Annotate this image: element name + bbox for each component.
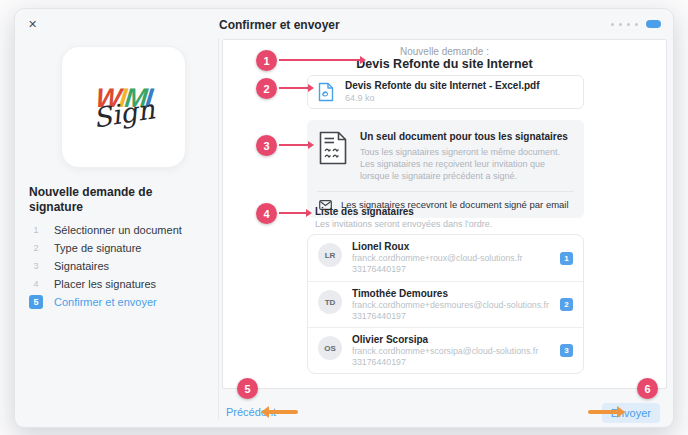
annotation-marker-6: 6 xyxy=(637,378,658,399)
signer-texts: Olivier Scorsipa franck.cordhomme+scorsi… xyxy=(352,334,538,368)
pdf-file-icon xyxy=(318,82,334,102)
signer-email: franck.cordhomme+roux@cloud-solutions.fr xyxy=(352,253,523,264)
signer-phone: 33176440197 xyxy=(352,311,549,322)
step-label: Placer les signatures xyxy=(54,278,156,290)
scroll-indicator-pill[interactable] xyxy=(646,20,661,28)
info-box-texts: Un seul document pour tous les signatair… xyxy=(360,131,572,182)
signer-texts: Timothée Demoures franck.cordhomme+desmo… xyxy=(352,288,549,322)
single-document-info-box: Un seul document pour tous les signatair… xyxy=(307,120,584,218)
annotation-marker-1: 1 xyxy=(256,50,277,71)
window-dot-icon xyxy=(627,23,630,26)
step-number: 3 xyxy=(29,259,43,273)
step-number: 5 xyxy=(29,295,43,309)
step-signers[interactable]: 3 Signataires xyxy=(29,257,213,275)
signer-phone: 33176440197 xyxy=(352,264,523,275)
step-number: 4 xyxy=(29,277,43,291)
request-label: Nouvelle demande : xyxy=(223,46,666,57)
annotation-marker-3: 3 xyxy=(256,135,277,156)
signers-list-title: Liste des signataires xyxy=(315,206,414,217)
wizard-steps: 1 Sélectionner un document 2 Type de sig… xyxy=(29,221,213,311)
window-dot-icon xyxy=(635,23,638,26)
close-icon[interactable]: ✕ xyxy=(28,17,37,31)
sidebar: WIMI Sign Nouvelle demande de signature … xyxy=(15,39,219,419)
window-dot-icon xyxy=(611,23,614,26)
step-label: Sélectionner un document xyxy=(54,224,182,236)
titlebar: ✕ Confirmer et envoyer xyxy=(15,9,673,39)
signers-list-subtitle: Les invitations seront envoyées dans l'o… xyxy=(315,219,492,229)
document-filename: Devis Refonte du site Internet - Excel.p… xyxy=(345,80,539,91)
info-box-description: Tous les signataires signeront le même d… xyxy=(360,146,572,182)
document-card[interactable]: Devis Refonte du site Internet - Excel.p… xyxy=(307,75,584,109)
annotation-marker-4: 4 xyxy=(256,203,277,224)
annotation-marker-2: 2 xyxy=(256,78,277,99)
signer-row: TD Timothée Demoures franck.cordhomme+de… xyxy=(308,281,583,327)
avatar: LR xyxy=(318,243,342,267)
screen: ✕ Confirmer et envoyer WIMI Sign Nouvell… xyxy=(0,0,688,435)
step-label: Confirmer et envoyer xyxy=(54,296,157,308)
step-number: 2 xyxy=(29,241,43,255)
signer-order-badge: 1 xyxy=(560,252,573,265)
signer-name: Timothée Demoures xyxy=(352,288,549,300)
logo-script: Sign xyxy=(91,95,156,132)
signer-email: franck.cordhomme+desmoures@cloud-solutio… xyxy=(352,300,549,311)
signer-phone: 33176440197 xyxy=(352,357,538,368)
signer-email: franck.cordhomme+scorsipa@cloud-solution… xyxy=(352,346,538,357)
signer-row: OS Olivier Scorsipa franck.cordhomme+sco… xyxy=(308,327,583,373)
step-place-signatures[interactable]: 4 Placer les signatures xyxy=(29,275,213,293)
step-number: 1 xyxy=(29,223,43,237)
signers-list: LR Lionel Roux franck.cordhomme+roux@clo… xyxy=(307,234,584,374)
window-controls xyxy=(611,20,661,28)
annotation-arrow-1 xyxy=(279,59,361,61)
avatar: OS xyxy=(318,336,342,360)
avatar: TD xyxy=(318,290,342,314)
step-confirm-send[interactable]: 5 Confirmer et envoyer xyxy=(29,293,213,311)
annotation-arrow-4 xyxy=(279,212,307,214)
wimi-sign-logo: WIMI Sign xyxy=(61,46,186,168)
annotation-marker-5: 5 xyxy=(237,378,258,399)
window-dot-icon xyxy=(619,23,622,26)
document-filesize: 64.9 ko xyxy=(345,93,539,104)
info-box-title: Un seul document pour tous les signatair… xyxy=(360,131,572,142)
page-title: Confirmer et envoyer xyxy=(219,18,340,32)
annotation-arrow-2 xyxy=(279,87,309,89)
step-select-document[interactable]: 1 Sélectionner un document xyxy=(29,221,213,239)
annotation-arrow-5 xyxy=(268,410,298,414)
confirm-panel: Nouvelle demande : Devis Refonte du site… xyxy=(222,39,667,389)
wimi-sign-modal: ✕ Confirmer et envoyer WIMI Sign Nouvell… xyxy=(14,8,674,428)
annotation-arrow-3 xyxy=(279,144,309,146)
signer-name: Lionel Roux xyxy=(352,241,523,253)
signer-order-badge: 2 xyxy=(560,298,573,311)
step-label: Type de signature xyxy=(54,242,141,254)
step-label: Signataires xyxy=(54,260,109,272)
signed-document-icon xyxy=(319,131,347,165)
wizard-title: Nouvelle demande de signature xyxy=(29,185,205,215)
signer-texts: Lionel Roux franck.cordhomme+roux@cloud-… xyxy=(352,241,523,275)
annotation-arrow-6 xyxy=(588,410,618,414)
signer-name: Olivier Scorsipa xyxy=(352,334,538,346)
signer-order-badge: 3 xyxy=(560,344,573,357)
signer-row: LR Lionel Roux franck.cordhomme+roux@clo… xyxy=(308,235,583,281)
step-signature-type[interactable]: 2 Type de signature xyxy=(29,239,213,257)
info-box-top: Un seul document pour tous les signatair… xyxy=(307,120,584,191)
document-meta: Devis Refonte du site Internet - Excel.p… xyxy=(345,80,539,104)
